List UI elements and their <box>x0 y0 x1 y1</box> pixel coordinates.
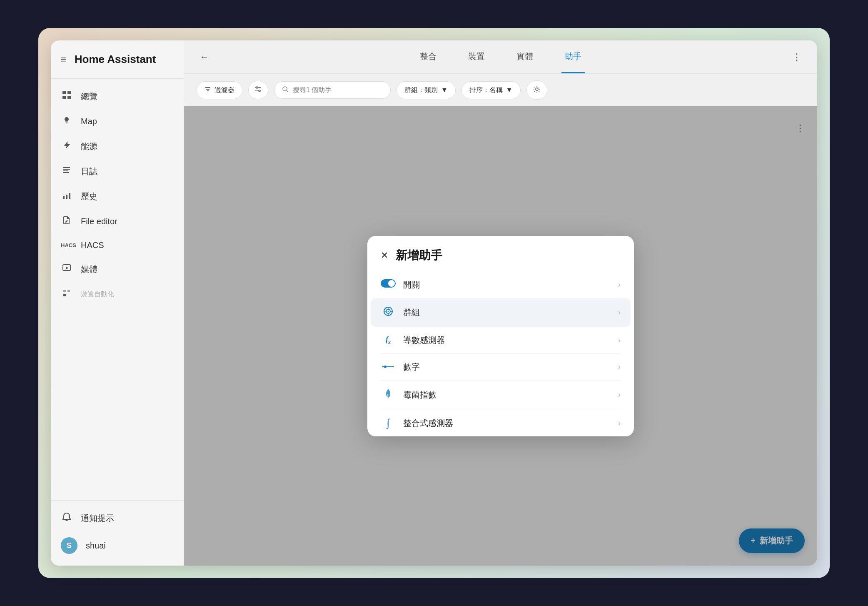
svg-point-24 <box>283 87 287 91</box>
sidebar-item-file-editor[interactable]: File editor <box>51 209 184 234</box>
sidebar-item-hacs[interactable]: HACS HACS <box>51 234 184 257</box>
modal-list: 開關 › <box>367 272 634 436</box>
group-button[interactable]: 群組：類別 ▼ <box>397 81 456 99</box>
filter-button[interactable]: 過濾器 <box>197 81 242 99</box>
sort-button[interactable]: 排序：名稱 ▼ <box>461 81 521 99</box>
sidebar-item-label-device: 裝置自動化 <box>81 290 114 299</box>
sidebar-item-label-media: 媒體 <box>81 264 97 275</box>
top-nav: ← 整合 裝置 實體 助手 ⋮ <box>184 40 817 74</box>
sidebar-item-label-file-editor: File editor <box>81 217 117 226</box>
svg-rect-2 <box>62 96 66 99</box>
logs-icon <box>61 165 72 177</box>
mold-icon: ! <box>381 388 396 402</box>
group-label: 群組：類別 <box>404 86 438 95</box>
modal-item-label-mold: 霉菌指數 <box>403 389 611 401</box>
modal-item-label-switch: 開關 <box>403 279 611 290</box>
app-title: Home Assistant <box>75 53 156 66</box>
sidebar-footer: 通知提示 S shuai <box>51 500 184 566</box>
modal-close-button[interactable]: ✕ <box>381 251 388 260</box>
back-button[interactable]: ← <box>197 48 212 66</box>
svg-rect-15 <box>63 294 66 296</box>
modal-item-label-integral: 整合式感測器 <box>403 418 611 429</box>
media-icon <box>61 263 72 275</box>
modal-item-number[interactable]: 數字 › <box>371 354 631 380</box>
sidebar-item-label-logs: 日誌 <box>81 166 97 177</box>
group-icon <box>381 306 396 319</box>
settings-button[interactable] <box>526 80 547 100</box>
tab-entities[interactable]: 實體 <box>513 40 536 73</box>
sidebar-item-label-history: 歷史 <box>81 191 97 202</box>
sidebar-item-energy[interactable]: 能源 <box>51 134 184 159</box>
group-dropdown-icon: ▼ <box>441 86 448 94</box>
hacs-icon: HACS <box>61 242 72 248</box>
group-chevron-icon: › <box>618 308 621 317</box>
svg-rect-3 <box>67 96 71 99</box>
search-input[interactable] <box>293 86 376 94</box>
add-helper-modal: ✕ 新增助手 開關 › <box>367 236 634 436</box>
derivative-chevron-icon: › <box>618 336 621 345</box>
sidebar-item-logs[interactable]: 日誌 <box>51 159 184 184</box>
sidebar-item-device-automation[interactable]: 裝置自動化 <box>51 282 184 307</box>
modal-item-label-group: 群組 <box>403 307 611 318</box>
svg-line-25 <box>287 90 288 92</box>
modal-item-derivative[interactable]: fx 導數感測器 › <box>371 327 631 353</box>
search-box <box>274 81 391 99</box>
file-editor-icon <box>61 215 72 227</box>
modal-item-group[interactable]: 群組 › <box>371 298 631 327</box>
svg-point-26 <box>536 88 538 90</box>
content-area: ⋮ ✕ 新增助手 <box>184 106 817 566</box>
overview-icon <box>61 90 72 102</box>
svg-rect-9 <box>63 196 65 199</box>
sidebar-header: ≡ Home Assistant <box>51 40 184 79</box>
sidebar-item-media[interactable]: 媒體 <box>51 257 184 282</box>
sidebar-item-label-overview: 總覽 <box>81 91 97 102</box>
tab-devices[interactable]: 裝置 <box>465 40 488 73</box>
svg-text:!: ! <box>387 393 389 399</box>
svg-rect-0 <box>62 91 66 94</box>
filter-icon <box>205 86 211 94</box>
sidebar: ≡ Home Assistant 總覽 <box>51 40 184 566</box>
tab-helpers[interactable]: 助手 <box>561 40 585 73</box>
search-icon <box>282 86 289 94</box>
svg-point-29 <box>388 311 389 312</box>
svg-marker-13 <box>66 266 68 270</box>
sort-label: 排序：名稱 <box>469 86 503 95</box>
sidebar-item-label-energy: 能源 <box>81 141 97 152</box>
more-menu-button[interactable]: ⋮ <box>789 48 805 66</box>
map-icon <box>61 115 72 127</box>
integral-chevron-icon: › <box>618 419 621 428</box>
integral-icon: ∫ <box>381 418 396 428</box>
svg-point-21 <box>256 87 258 88</box>
main-content: ← 整合 裝置 實體 助手 ⋮ <box>184 40 817 566</box>
sidebar-item-history[interactable]: 歷史 <box>51 184 184 209</box>
svg-rect-16 <box>67 290 70 292</box>
nav-tabs: 整合 裝置 實體 助手 <box>217 40 785 73</box>
sidebar-item-user[interactable]: S shuai <box>61 532 174 559</box>
modal-header: ✕ 新增助手 <box>367 236 634 272</box>
user-avatar: S <box>61 537 77 554</box>
modal-item-integral[interactable]: ∫ 整合式感測器 › <box>371 410 631 436</box>
tab-integration[interactable]: 整合 <box>417 40 440 73</box>
history-icon <box>61 190 72 202</box>
sidebar-toggle-button[interactable]: ≡ <box>61 54 66 65</box>
modal-overlay[interactable]: ✕ 新增助手 開關 › <box>184 106 817 566</box>
modal-item-mold[interactable]: ! 霉菌指數 › <box>371 381 631 410</box>
username-label: shuai <box>86 541 106 551</box>
modal-item-switch[interactable]: 開關 › <box>371 272 631 298</box>
modal-item-label-number: 數字 <box>403 361 611 373</box>
screen-background: ≡ Home Assistant 總覽 <box>38 28 830 578</box>
sidebar-item-overview[interactable]: 總覽 <box>51 84 184 109</box>
svg-rect-10 <box>66 195 67 199</box>
svg-rect-1 <box>67 91 71 94</box>
tune-button[interactable] <box>248 81 268 99</box>
sidebar-nav: 總覽 Map <box>51 79 184 500</box>
sidebar-item-label-map: Map <box>81 117 97 126</box>
energy-icon <box>61 140 72 152</box>
sidebar-item-map[interactable]: Map <box>51 109 184 134</box>
modal-item-label-derivative: 導數感測器 <box>403 335 611 346</box>
notification-icon <box>61 512 72 524</box>
sidebar-item-notifications[interactable]: 通知提示 <box>61 507 174 529</box>
sort-dropdown-icon: ▼ <box>506 86 513 94</box>
number-chevron-icon: › <box>618 363 621 371</box>
derivative-icon: fx <box>381 335 396 346</box>
